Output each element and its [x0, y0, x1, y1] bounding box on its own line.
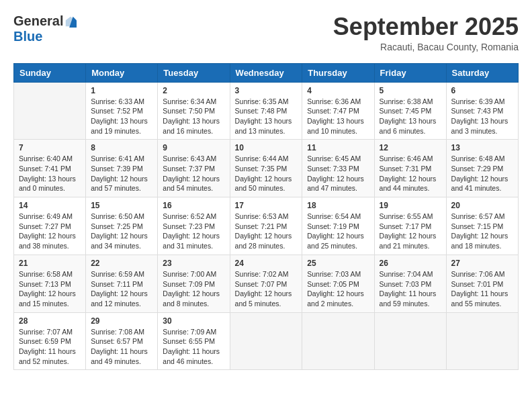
day-number: 7 [19, 143, 81, 152]
day-info: Sunrise: 6:45 AMSunset: 7:33 PMDaylight:… [307, 154, 369, 193]
day-number: 4 [307, 86, 369, 95]
day-info: Sunrise: 6:58 AMSunset: 7:13 PMDaylight:… [19, 269, 81, 309]
calendar-cell: 8Sunrise: 6:41 AMSunset: 7:39 PMDaylight… [86, 140, 158, 197]
day-info: Sunrise: 6:54 AMSunset: 7:19 PMDaylight:… [307, 212, 369, 251]
day-number: 3 [235, 86, 298, 95]
calendar-cell [374, 312, 446, 370]
calendar-cell: 7Sunrise: 6:40 AMSunset: 7:41 PMDaylight… [14, 140, 86, 197]
calendar-cell [302, 312, 374, 370]
day-info: Sunrise: 6:52 AMSunset: 7:23 PMDaylight:… [163, 212, 224, 251]
day-number: 23 [163, 259, 224, 268]
calendar-cell: 20Sunrise: 6:57 AMSunset: 7:15 PMDayligh… [446, 197, 518, 255]
week-row-4: 21Sunrise: 6:58 AMSunset: 7:13 PMDayligh… [14, 255, 519, 312]
day-number: 9 [163, 143, 224, 152]
weekday-header-sunday: Sunday [14, 63, 86, 82]
day-number: 30 [163, 316, 224, 326]
day-info: Sunrise: 7:03 AMSunset: 7:05 PMDaylight:… [307, 269, 369, 309]
day-info: Sunrise: 6:57 AMSunset: 7:15 PMDaylight:… [451, 212, 513, 251]
week-row-5: 28Sunrise: 7:07 AMSunset: 6:59 PMDayligh… [14, 312, 519, 370]
calendar-cell [446, 312, 518, 370]
day-number: 24 [235, 259, 298, 268]
logo-icon [64, 15, 77, 28]
calendar-cell: 15Sunrise: 6:50 AMSunset: 7:25 PMDayligh… [86, 197, 158, 255]
day-number: 1 [91, 86, 152, 95]
calendar-cell [230, 312, 302, 370]
logo-general-text: General [13, 13, 63, 29]
calendar-cell: 28Sunrise: 7:07 AMSunset: 6:59 PMDayligh… [14, 312, 86, 370]
calendar-cell: 24Sunrise: 7:02 AMSunset: 7:07 PMDayligh… [230, 255, 302, 312]
calendar-cell: 13Sunrise: 6:48 AMSunset: 7:29 PMDayligh… [446, 140, 518, 197]
weekday-header-thursday: Thursday [302, 63, 374, 82]
calendar-cell: 2Sunrise: 6:34 AMSunset: 7:50 PMDaylight… [158, 82, 230, 140]
day-info: Sunrise: 6:39 AMSunset: 7:43 PMDaylight:… [451, 97, 513, 136]
weekday-header-tuesday: Tuesday [158, 63, 230, 82]
calendar-cell: 18Sunrise: 6:54 AMSunset: 7:19 PMDayligh… [302, 197, 374, 255]
weekday-header-row: SundayMondayTuesdayWednesdayThursdayFrid… [14, 63, 519, 82]
day-number: 10 [235, 143, 298, 152]
calendar-cell: 22Sunrise: 6:59 AMSunset: 7:11 PMDayligh… [86, 255, 158, 312]
day-info: Sunrise: 7:08 AMSunset: 6:57 PMDaylight:… [91, 327, 152, 367]
day-info: Sunrise: 7:02 AMSunset: 7:07 PMDaylight:… [235, 269, 298, 309]
calendar-cell: 19Sunrise: 6:55 AMSunset: 7:17 PMDayligh… [374, 197, 446, 255]
location-text: Racauti, Bacau County, Romania [333, 42, 519, 52]
day-number: 16 [163, 201, 224, 210]
calendar-cell: 27Sunrise: 7:06 AMSunset: 7:01 PMDayligh… [446, 255, 518, 312]
day-info: Sunrise: 6:44 AMSunset: 7:35 PMDaylight:… [235, 154, 298, 193]
day-info: Sunrise: 7:07 AMSunset: 6:59 PMDaylight:… [19, 327, 81, 367]
page-header: General Blue September 2025 Racauti, Bac… [13, 13, 519, 52]
day-number: 13 [451, 143, 513, 152]
weekday-header-friday: Friday [374, 63, 446, 82]
day-info: Sunrise: 6:38 AMSunset: 7:45 PMDaylight:… [380, 97, 441, 136]
calendar-cell: 5Sunrise: 6:38 AMSunset: 7:45 PMDaylight… [374, 82, 446, 140]
day-number: 8 [91, 143, 152, 152]
calendar-cell: 14Sunrise: 6:49 AMSunset: 7:27 PMDayligh… [14, 197, 86, 255]
calendar-cell: 11Sunrise: 6:45 AMSunset: 7:33 PMDayligh… [302, 140, 374, 197]
day-info: Sunrise: 7:09 AMSunset: 6:55 PMDaylight:… [163, 327, 224, 367]
day-number: 11 [307, 143, 369, 152]
day-number: 6 [451, 86, 513, 95]
day-number: 5 [380, 86, 441, 95]
day-info: Sunrise: 6:50 AMSunset: 7:25 PMDaylight:… [91, 212, 152, 251]
calendar-cell: 10Sunrise: 6:44 AMSunset: 7:35 PMDayligh… [230, 140, 302, 197]
day-info: Sunrise: 6:43 AMSunset: 7:37 PMDaylight:… [163, 154, 224, 193]
day-info: Sunrise: 6:33 AMSunset: 7:52 PMDaylight:… [91, 97, 152, 136]
day-info: Sunrise: 6:35 AMSunset: 7:48 PMDaylight:… [235, 97, 298, 136]
day-info: Sunrise: 6:46 AMSunset: 7:31 PMDaylight:… [380, 154, 441, 193]
calendar-cell: 30Sunrise: 7:09 AMSunset: 6:55 PMDayligh… [158, 312, 230, 370]
logo-blue-text: Blue [13, 29, 42, 44]
day-info: Sunrise: 6:48 AMSunset: 7:29 PMDaylight:… [451, 154, 513, 193]
day-number: 14 [19, 201, 81, 210]
day-number: 22 [91, 259, 152, 268]
day-info: Sunrise: 7:06 AMSunset: 7:01 PMDaylight:… [451, 269, 513, 309]
weekday-header-wednesday: Wednesday [230, 63, 302, 82]
month-title: September 2025 [333, 13, 519, 40]
day-info: Sunrise: 6:59 AMSunset: 7:11 PMDaylight:… [91, 269, 152, 309]
calendar-cell: 9Sunrise: 6:43 AMSunset: 7:37 PMDaylight… [158, 140, 230, 197]
day-info: Sunrise: 6:49 AMSunset: 7:27 PMDaylight:… [19, 212, 81, 251]
day-info: Sunrise: 7:04 AMSunset: 7:03 PMDaylight:… [380, 269, 441, 309]
calendar-cell: 25Sunrise: 7:03 AMSunset: 7:05 PMDayligh… [302, 255, 374, 312]
day-number: 25 [307, 259, 369, 268]
day-number: 2 [163, 86, 224, 95]
day-info: Sunrise: 6:34 AMSunset: 7:50 PMDaylight:… [163, 97, 224, 136]
calendar-cell: 12Sunrise: 6:46 AMSunset: 7:31 PMDayligh… [374, 140, 446, 197]
calendar-cell: 4Sunrise: 6:36 AMSunset: 7:47 PMDaylight… [302, 82, 374, 140]
calendar-cell: 29Sunrise: 7:08 AMSunset: 6:57 PMDayligh… [86, 312, 158, 370]
day-info: Sunrise: 6:40 AMSunset: 7:41 PMDaylight:… [19, 154, 81, 193]
calendar-cell: 26Sunrise: 7:04 AMSunset: 7:03 PMDayligh… [374, 255, 446, 312]
day-number: 17 [235, 201, 298, 210]
week-row-2: 7Sunrise: 6:40 AMSunset: 7:41 PMDaylight… [14, 140, 519, 197]
day-info: Sunrise: 6:53 AMSunset: 7:21 PMDaylight:… [235, 212, 298, 251]
day-number: 15 [91, 201, 152, 210]
day-number: 19 [380, 201, 441, 210]
week-row-3: 14Sunrise: 6:49 AMSunset: 7:27 PMDayligh… [14, 197, 519, 255]
week-row-1: 1Sunrise: 6:33 AMSunset: 7:52 PMDaylight… [14, 82, 519, 140]
day-number: 21 [19, 259, 81, 268]
day-number: 20 [451, 201, 513, 210]
logo: General Blue [13, 13, 77, 44]
weekday-header-saturday: Saturday [446, 63, 518, 82]
day-info: Sunrise: 6:36 AMSunset: 7:47 PMDaylight:… [307, 97, 369, 136]
day-number: 29 [91, 316, 152, 326]
day-number: 18 [307, 201, 369, 210]
day-info: Sunrise: 6:41 AMSunset: 7:39 PMDaylight:… [91, 154, 152, 193]
